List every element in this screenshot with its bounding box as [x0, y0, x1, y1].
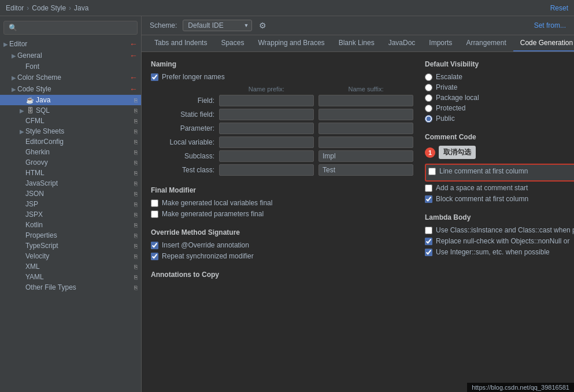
sidebar-item-gherkin[interactable]: Gherkin ⎘: [0, 147, 141, 157]
local-variable-suffix-input[interactable]: [319, 136, 413, 148]
use-integer-sum-checkbox[interactable]: [425, 249, 432, 256]
java-copy-icon: ⎘: [134, 97, 138, 103]
reset-button[interactable]: Reset: [550, 4, 568, 12]
breadcrumb: Editor › Code Style › Java: [6, 4, 88, 12]
gear-button[interactable]: ⚙: [258, 20, 268, 31]
sidebar-item-editorconfig[interactable]: EditorConfig ⎘: [0, 136, 141, 147]
sidebar-label-codestyle: Code Style: [17, 85, 127, 93]
line-comment-row: Line comment at first column: [428, 167, 574, 175]
sidebar-label-sql: SQL: [36, 106, 134, 114]
sidebar-item-jsp[interactable]: JSP ⎘: [0, 199, 141, 209]
sidebar-item-xml[interactable]: XML ⎘: [0, 261, 141, 272]
radio-public-row: Public: [425, 114, 574, 123]
sidebar-label-xml: XML: [25, 262, 134, 271]
parameter-prefix-input[interactable]: [219, 123, 314, 134]
annotation-tooltip: 取消勾选: [439, 146, 476, 159]
sync-modifier-checkbox[interactable]: [151, 253, 158, 260]
block-comment-first-column-checkbox[interactable]: [425, 195, 432, 203]
sidebar-item-jspx[interactable]: JSPX ⎘: [0, 209, 141, 220]
sidebar-item-general[interactable]: ▶ General ←: [0, 50, 141, 61]
yaml-copy-icon: ⎘: [134, 274, 138, 280]
use-class-isinstance-checkbox[interactable]: [425, 227, 432, 234]
json-copy-icon: ⎘: [134, 191, 138, 197]
sidebar-label-cfml: CFML: [25, 117, 134, 125]
tab-javadoc[interactable]: JavaDoc: [382, 35, 423, 51]
sidebar-item-groovy[interactable]: Groovy ⎘: [0, 157, 141, 168]
tab-code-generation[interactable]: Code Generation: [513, 35, 574, 51]
sidebar-item-java[interactable]: ☕ Java ⎘: [0, 95, 141, 105]
sidebar-item-properties[interactable]: Properties ⎘: [0, 230, 141, 241]
jsp-copy-icon: ⎘: [134, 201, 138, 208]
add-space-comment-row: Add a space at comment start: [425, 184, 574, 192]
line-comment-first-column-checkbox[interactable]: [428, 168, 436, 175]
test-class-prefix-input[interactable]: [219, 164, 314, 176]
tab-tabs-indents[interactable]: Tabs and Indents: [147, 35, 214, 51]
sidebar-label-stylesheets: Style Sheets: [25, 127, 134, 135]
search-input[interactable]: [3, 21, 138, 35]
scheme-select[interactable]: Default IDE: [183, 20, 252, 31]
sidebar-item-cfml[interactable]: CFML ⎘: [0, 116, 141, 126]
breadcrumb-java: Java: [74, 4, 88, 12]
override-method-section: Override Method Signature Insert @Overri…: [151, 228, 413, 260]
field-prefix-input[interactable]: [219, 95, 314, 106]
sidebar-item-html[interactable]: HTML ⎘: [0, 168, 141, 178]
local-variables-final-checkbox[interactable]: [151, 199, 158, 207]
left-panel: Naming Prefer longer names Name prefix: …: [151, 60, 413, 384]
gherkin-copy-icon: ⎘: [134, 149, 138, 156]
sidebar-label-font: Font: [25, 62, 138, 71]
public-radio[interactable]: [425, 115, 432, 123]
tab-wrapping-braces[interactable]: Wrapping and Braces: [251, 35, 331, 51]
kotlin-copy-icon: ⎘: [134, 222, 138, 228]
breadcrumb-codestyle: Code Style: [32, 4, 66, 12]
sidebar-item-javascript[interactable]: JavaScript ⎘: [0, 178, 141, 188]
subclass-suffix-input[interactable]: [319, 150, 413, 162]
static-field-prefix-input[interactable]: [219, 109, 314, 120]
sidebar-label-velocity: Velocity: [25, 252, 134, 260]
sidebar-item-typescript[interactable]: TypeScript ⎘: [0, 241, 141, 251]
sidebar-item-font[interactable]: Font: [0, 61, 141, 72]
sidebar-item-velocity[interactable]: Velocity ⎘: [0, 251, 141, 261]
field-suffix-input[interactable]: [319, 95, 413, 106]
sidebar-item-otherfiletypes[interactable]: Other File Types ⎘: [0, 282, 141, 293]
sidebar-item-sql[interactable]: ▶ 🗄 SQL ⎘: [0, 105, 141, 116]
tab-spaces[interactable]: Spaces: [214, 35, 251, 51]
escalate-radio[interactable]: [425, 73, 432, 81]
subclass-label: Subclass:: [151, 152, 214, 160]
protected-radio[interactable]: [425, 105, 432, 112]
static-field-suffix-input[interactable]: [319, 109, 413, 120]
lambda-integer-sum-row: Use Integer::sum, etc. when possible: [425, 248, 574, 256]
sidebar-item-codestyle[interactable]: ▶ Code Style ←: [0, 83, 141, 95]
parameters-final-checkbox[interactable]: [151, 210, 158, 218]
subclass-prefix-input[interactable]: [219, 150, 314, 162]
override-annotation-label: Insert @Override annotation: [162, 241, 249, 249]
sidebar-item-editor[interactable]: ▶ Editor ←: [0, 38, 141, 50]
set-from-link[interactable]: Set from...: [534, 21, 566, 29]
override-annotation-checkbox[interactable]: [151, 242, 158, 249]
private-radio[interactable]: [425, 84, 432, 91]
test-class-suffix-input[interactable]: [319, 164, 413, 176]
sidebar-item-kotlin[interactable]: Kotlin ⎘: [0, 220, 141, 230]
sidebar-label-html: HTML: [25, 169, 134, 177]
final-modifier-section: Final Modifier Make generated local vari…: [151, 186, 413, 218]
sidebar-item-stylesheets[interactable]: ▶ Style Sheets ⎘: [0, 126, 141, 136]
tabs-bar: Tabs and Indents Spaces Wrapping and Bra…: [142, 35, 574, 52]
replace-null-check-checkbox[interactable]: [425, 238, 432, 245]
prefer-longer-checkbox[interactable]: [151, 73, 158, 81]
package-local-radio[interactable]: [425, 94, 432, 102]
expand-arrow-sql: ▶: [18, 108, 25, 114]
javascript-copy-icon: ⎘: [134, 180, 138, 187]
sidebar-item-json[interactable]: JSON ⎘: [0, 188, 141, 199]
sidebar-item-colorscheme[interactable]: ▶ Color Scheme ←: [0, 72, 141, 83]
local-variable-prefix-input[interactable]: [219, 136, 314, 148]
expand-arrow-editor: ▶: [2, 41, 9, 47]
sidebar-label-jspx: JSPX: [25, 210, 134, 219]
sidebar-item-yaml[interactable]: YAML ⎘: [0, 272, 141, 282]
add-space-comment-checkbox[interactable]: [425, 184, 432, 192]
parameter-suffix-input[interactable]: [319, 123, 413, 134]
tab-arrangement[interactable]: Arrangement: [459, 35, 513, 51]
naming-title: Naming: [151, 60, 413, 68]
breadcrumb-editor: Editor: [6, 4, 24, 12]
tab-blank-lines[interactable]: Blank Lines: [332, 35, 382, 51]
tab-imports[interactable]: Imports: [422, 35, 459, 51]
sidebar-label-kotlin: Kotlin: [25, 221, 134, 229]
